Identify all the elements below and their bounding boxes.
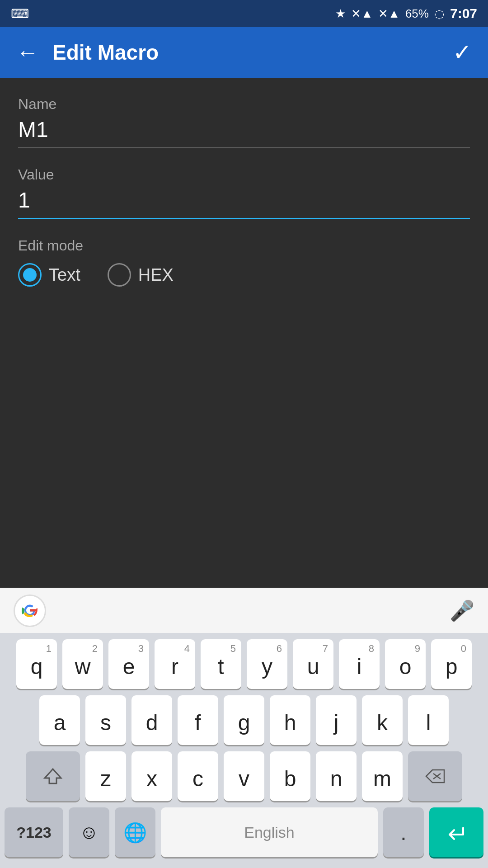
- nums-button[interactable]: ?123: [5, 807, 63, 857]
- shift-button[interactable]: [26, 751, 80, 801]
- key-c-letter: c: [192, 766, 203, 791]
- key-x-letter: x: [146, 766, 157, 791]
- app-bar: ← Edit Macro ✓: [0, 27, 488, 78]
- keyboard-toolbar: 🎤: [0, 588, 488, 633]
- globe-button[interactable]: 🌐: [115, 807, 155, 857]
- key-row-1: 1 q 2 w 3 e 4 r 5 t 6 y: [5, 639, 483, 689]
- mic-icon[interactable]: 🎤: [450, 599, 474, 623]
- key-x[interactable]: x: [131, 751, 172, 801]
- key-h[interactable]: h: [270, 695, 310, 745]
- key-j-letter: j: [334, 710, 339, 735]
- battery-indicator: 65%: [405, 7, 429, 21]
- key-n[interactable]: n: [316, 751, 357, 801]
- key-k[interactable]: k: [362, 695, 403, 745]
- key-s[interactable]: s: [85, 695, 126, 745]
- key-u[interactable]: 7 u: [293, 639, 333, 689]
- key-e[interactable]: 3 e: [108, 639, 149, 689]
- text-radio-label: Text: [49, 265, 80, 285]
- text-radio-inner: [23, 268, 37, 282]
- key-p-number: 0: [461, 643, 466, 655]
- signal-icon-2: ✕▲: [378, 7, 400, 21]
- key-s-letter: s: [100, 710, 111, 735]
- radio-group: Text HEX: [18, 263, 470, 287]
- key-q-number: 1: [46, 643, 52, 655]
- key-k-letter: k: [377, 710, 388, 735]
- key-u-number: 7: [323, 643, 328, 655]
- shift-icon: [43, 766, 63, 786]
- status-icons: ★ ✕▲ ✕▲ 65% ◌ 7:07: [335, 6, 477, 21]
- key-o[interactable]: 9 o: [385, 639, 426, 689]
- name-label: Name: [18, 96, 470, 113]
- key-f-letter: f: [195, 710, 201, 735]
- value-label: Value: [18, 166, 470, 183]
- key-j[interactable]: j: [316, 695, 357, 745]
- key-o-number: 9: [415, 643, 420, 655]
- name-input[interactable]: M1: [18, 117, 470, 148]
- backspace-icon: [425, 768, 445, 784]
- key-i[interactable]: 8 i: [339, 639, 380, 689]
- key-v[interactable]: v: [224, 751, 264, 801]
- key-r[interactable]: 4 r: [155, 639, 195, 689]
- key-r-number: 4: [184, 643, 190, 655]
- edit-mode-section: Edit mode Text HEX: [18, 237, 470, 287]
- google-logo[interactable]: [14, 594, 46, 627]
- key-b-letter: b: [284, 766, 296, 791]
- key-q[interactable]: 1 q: [16, 639, 57, 689]
- key-m[interactable]: m: [362, 751, 403, 801]
- key-c[interactable]: c: [178, 751, 218, 801]
- key-w[interactable]: 2 w: [62, 639, 103, 689]
- key-t-number: 5: [230, 643, 236, 655]
- key-z[interactable]: z: [85, 751, 126, 801]
- key-n-letter: n: [330, 766, 343, 791]
- key-row-3: z x c v b n m: [5, 751, 483, 801]
- text-radio-option[interactable]: Text: [18, 263, 80, 287]
- key-y-number: 6: [277, 643, 282, 655]
- key-e-number: 3: [138, 643, 144, 655]
- key-w-number: 2: [92, 643, 98, 655]
- key-b[interactable]: b: [270, 751, 310, 801]
- key-t[interactable]: 5 t: [201, 639, 241, 689]
- period-button[interactable]: .: [383, 807, 424, 857]
- key-l[interactable]: l: [408, 695, 449, 745]
- hex-radio-label: HEX: [138, 265, 174, 285]
- status-bar: ⌨ ★ ✕▲ ✕▲ 65% ◌ 7:07: [0, 0, 488, 27]
- key-h-letter: h: [284, 710, 296, 735]
- value-input[interactable]: 1: [18, 188, 470, 219]
- enter-icon: [445, 823, 468, 841]
- key-y[interactable]: 6 y: [247, 639, 287, 689]
- key-a[interactable]: a: [39, 695, 80, 745]
- keyboard-icon: ⌨: [11, 6, 29, 21]
- key-i-number: 8: [369, 643, 374, 655]
- keyboard-area: 🎤 1 q 2 w 3 e 4 r 5 t: [0, 588, 488, 868]
- key-g-letter: g: [238, 710, 250, 735]
- back-button[interactable]: ←: [16, 39, 39, 66]
- key-i-letter: i: [357, 654, 362, 679]
- key-p-letter: p: [446, 654, 458, 679]
- svg-marker-0: [45, 769, 61, 783]
- text-radio-circle: [18, 263, 42, 287]
- page-title: Edit Macro: [52, 40, 453, 65]
- key-f[interactable]: f: [178, 695, 218, 745]
- key-o-letter: o: [399, 654, 412, 679]
- save-button[interactable]: ✓: [453, 39, 472, 66]
- backspace-button[interactable]: [408, 751, 462, 801]
- google-logo-svg: [20, 601, 40, 621]
- key-y-letter: y: [262, 654, 272, 679]
- key-p[interactable]: 0 p: [431, 639, 472, 689]
- hex-radio-option[interactable]: HEX: [108, 263, 174, 287]
- key-r-letter: r: [171, 654, 178, 679]
- emoji-button[interactable]: ☺: [69, 807, 109, 857]
- key-t-letter: t: [218, 654, 224, 679]
- loading-icon: ◌: [434, 7, 445, 21]
- key-row-2: a s d f g h j k l: [5, 695, 483, 745]
- space-bar[interactable]: English: [161, 807, 378, 857]
- key-g[interactable]: g: [224, 695, 264, 745]
- value-field-container: Value 1: [18, 166, 470, 219]
- enter-button[interactable]: [429, 807, 483, 857]
- key-d-letter: d: [146, 710, 158, 735]
- keyboard-rows: 1 q 2 w 3 e 4 r 5 t 6 y: [0, 633, 488, 868]
- form-content: Name M1 Value 1 Edit mode Text HEX: [0, 78, 488, 300]
- key-row-4: ?123 ☺ 🌐 English .: [5, 807, 483, 857]
- signal-icon-1: ✕▲: [351, 7, 373, 21]
- key-d[interactable]: d: [131, 695, 172, 745]
